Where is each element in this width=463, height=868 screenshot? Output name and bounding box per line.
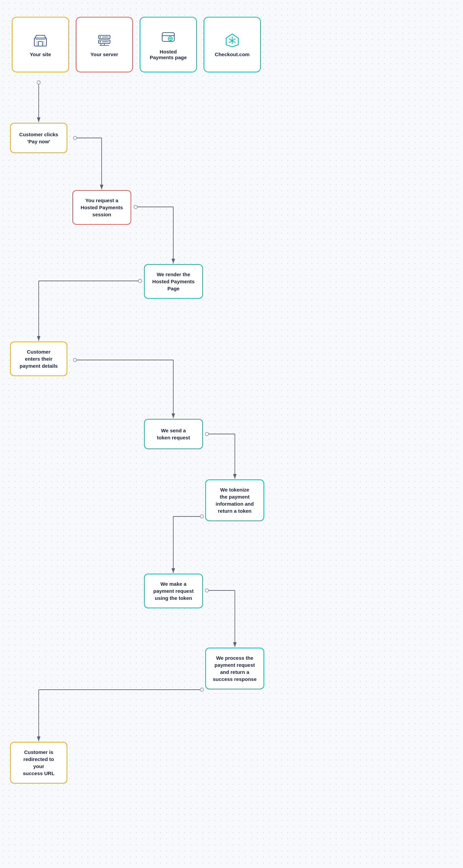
your-server-label: Your server	[91, 52, 118, 57]
request-session-label: You request aHosted Paymentssession	[81, 197, 123, 218]
header-checkout: Checkout.com	[204, 17, 261, 72]
header-your-server: Your server	[76, 17, 133, 72]
step-tokenize: We tokenizethe paymentinformation andret…	[205, 479, 264, 521]
step-customer-clicks: Customer clicks'Pay now'	[10, 123, 67, 153]
process-payment-label: We process thepayment requestand return …	[213, 654, 256, 683]
server-icon	[96, 32, 113, 48]
header-your-site: Your site	[12, 17, 69, 72]
step-token-request: We send atoken request	[144, 419, 203, 449]
step-payment-request: We make apayment requestusing the token	[144, 574, 203, 608]
step-process-payment: We process thepayment requestand return …	[205, 648, 264, 689]
step-customer-enters: Customerenters theirpayment details	[10, 341, 67, 376]
checkout-icon	[224, 32, 240, 48]
your-site-label: Your site	[30, 52, 51, 57]
svg-rect-1	[38, 41, 42, 46]
hosted-payments-label: HostedPayments page	[150, 49, 187, 60]
render-page-label: We render theHosted PaymentsPage	[152, 271, 195, 292]
customer-clicks-label: Customer clicks'Pay now'	[19, 131, 58, 145]
header-row: Your site Your server	[3, 10, 269, 76]
header-hosted-payments: HostedPayments page	[140, 17, 197, 72]
svg-point-23	[37, 81, 40, 84]
svg-point-4	[100, 36, 101, 38]
step-render-page: We render theHosted PaymentsPage	[144, 264, 203, 299]
redirected-label: Customer isredirected to yoursuccess URL	[18, 749, 60, 777]
svg-point-43	[205, 589, 209, 592]
flow-diagram: Your site Your server	[0, 0, 273, 868]
svg-point-5	[100, 41, 101, 42]
step-redirected: Customer isredirected to yoursuccess URL	[10, 742, 67, 783]
payment-request-label: We make apayment requestusing the token	[153, 580, 193, 601]
step-request-session: You request aHosted Paymentssession	[72, 190, 131, 225]
tokenize-label: We tokenizethe paymentinformation andret…	[216, 486, 254, 515]
svg-point-28	[134, 205, 137, 209]
svg-point-25	[73, 136, 77, 140]
customer-enters-label: Customerenters theirpayment details	[20, 348, 58, 369]
svg-point-34	[73, 358, 77, 362]
token-request-label: We send atoken request	[157, 427, 190, 441]
svg-point-37	[205, 432, 209, 436]
svg-rect-11	[162, 33, 174, 41]
payment-icon	[160, 29, 176, 45]
svg-point-40	[200, 515, 204, 518]
svg-point-31	[138, 279, 142, 283]
store-icon	[32, 32, 49, 48]
checkout-label: Checkout.com	[215, 52, 249, 57]
svg-point-46	[200, 688, 204, 691]
